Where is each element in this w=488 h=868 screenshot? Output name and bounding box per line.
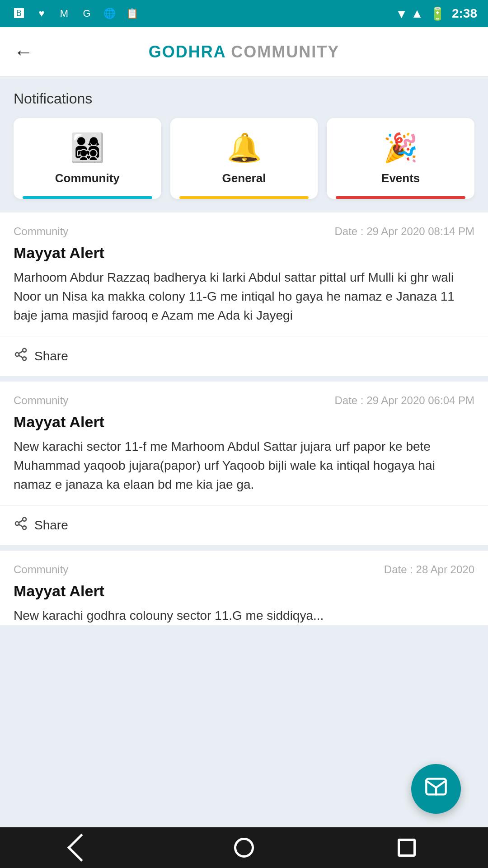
notification-meta: Community Date : 28 Apr 2020 [14, 563, 474, 576]
nav-home-button[interactable] [230, 834, 258, 861]
community-emoji: 👨‍👩‍👧‍👦 [70, 132, 105, 164]
share-icon [14, 347, 28, 365]
nav-back-button[interactable] [68, 834, 95, 861]
brand-name: GODHRA [149, 42, 226, 61]
notification-body: New karachi godhra colouny sector 11.G m… [14, 606, 474, 625]
recent-nav-icon [398, 839, 416, 857]
category-card-community[interactable]: 👨‍👩‍👧‍👦 Community [14, 118, 161, 199]
back-nav-icon [67, 834, 95, 862]
notification-title: Mayyat Alert [14, 582, 474, 600]
community-indicator [23, 196, 152, 199]
notification-date: Date : 28 Apr 2020 [384, 563, 474, 576]
events-emoji: 🎉 [383, 132, 418, 164]
bottom-nav [0, 827, 488, 868]
status-bar: 🅱 ♥ M G 🌐 📋 ▾ ▲ 🔋 2:38 [0, 0, 488, 27]
general-label: General [222, 171, 266, 185]
notification-date: Date : 29 Apr 2020 08:14 PM [334, 225, 474, 238]
notification-card: Community Date : 29 Apr 2020 06:04 PM Ma… [0, 382, 488, 545]
notification-body: New karachi sector 11-f me Marhoom Abdul… [14, 437, 474, 494]
events-label: Events [381, 171, 420, 185]
notification-body: Marhoom Abdur Razzaq badherya ki larki A… [14, 268, 474, 325]
battery-icon: 🔋 [430, 6, 446, 21]
notification-title: Mayyat Alert [14, 244, 474, 262]
wifi-icon: ▾ [398, 6, 404, 21]
notification-category: Community [14, 225, 68, 238]
globe-icon: 🌐 [101, 5, 117, 22]
events-indicator [336, 196, 465, 199]
category-card-events[interactable]: 🎉 Events [327, 118, 474, 199]
back-button[interactable]: ← [14, 41, 33, 63]
share-icon [14, 516, 28, 534]
google-icon: G [79, 5, 95, 22]
svg-line-8 [19, 524, 23, 527]
notification-category: Community [14, 563, 68, 576]
heart-icon: ♥ [33, 5, 50, 22]
share-label: Share [34, 518, 68, 533]
category-card-general[interactable]: 🔔 General [170, 118, 318, 199]
signal-icon: ▲ [411, 6, 423, 21]
compose-icon [424, 775, 448, 803]
share-button[interactable]: Share [14, 336, 474, 376]
notification-feed: Community Date : 29 Apr 2020 08:14 PM Ma… [0, 208, 488, 868]
status-icons-right: ▾ ▲ 🔋 2:38 [398, 6, 477, 21]
sim-icon: 📋 [124, 5, 140, 22]
share-button[interactable]: Share [14, 505, 474, 545]
general-emoji: 🔔 [227, 132, 262, 164]
community-label: Community [55, 171, 120, 185]
page-title: GODHRA COMMUNITY [47, 42, 441, 61]
notification-date: Date : 29 Apr 2020 06:04 PM [334, 394, 474, 407]
home-nav-icon [234, 838, 254, 858]
notification-category: Community [14, 394, 68, 407]
notification-title: Mayyat Alert [14, 413, 474, 431]
gmail-icon: M [56, 5, 72, 22]
notification-card: Community Date : 29 Apr 2020 08:14 PM Ma… [0, 212, 488, 376]
svg-line-4 [19, 351, 23, 354]
status-icons-left: 🅱 ♥ M G 🌐 📋 [11, 5, 140, 22]
share-label: Share [34, 349, 68, 363]
notification-card: Community Date : 28 Apr 2020 Mayyat Aler… [0, 551, 488, 625]
community-title: COMMUNITY [225, 42, 339, 61]
notification-meta: Community Date : 29 Apr 2020 08:14 PM [14, 225, 474, 238]
header: ← GODHRA COMMUNITY [0, 27, 488, 77]
time-display: 2:38 [452, 6, 477, 21]
compose-fab-button[interactable] [411, 764, 461, 814]
notifications-section: Notifications [0, 77, 488, 118]
bytedance-icon: 🅱 [11, 5, 27, 22]
nav-recent-button[interactable] [393, 834, 420, 861]
notifications-label: Notifications [14, 90, 474, 107]
svg-line-9 [19, 520, 23, 523]
notification-meta: Community Date : 29 Apr 2020 06:04 PM [14, 394, 474, 407]
category-cards: 👨‍👩‍👧‍👦 Community 🔔 General 🎉 Events [0, 118, 488, 208]
general-indicator [179, 196, 309, 199]
svg-line-3 [19, 355, 23, 358]
